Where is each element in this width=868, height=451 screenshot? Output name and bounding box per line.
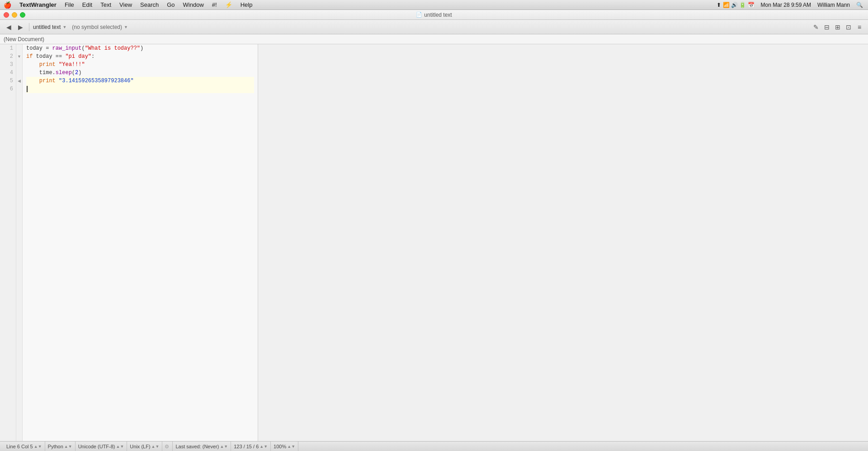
line-num-6: 6 [0,85,16,93]
menu-file[interactable]: File [61,0,78,9]
position-label: 123 / 15 / 6 [234,444,259,449]
code-area[interactable]: today = raw_input("What is today??") if … [23,44,258,441]
username: William Mann [816,2,851,8]
code-span: today = [26,44,52,52]
menu-go[interactable]: Go [163,0,178,9]
position-arrow: ▲▼ [259,444,268,449]
code-span: ) [140,44,143,52]
symbol-label: (no symbol selected) [72,24,122,30]
code-span: "pi day" [65,52,91,61]
maximize-button[interactable] [20,12,25,18]
line-ending-label: Unix (LF) [130,444,150,449]
code-span: "Yea!!!" [59,61,85,69]
menu-textwrangler[interactable]: TextWrangler [16,0,60,9]
toolbar-btn-2[interactable]: ⊟ [822,22,832,32]
line-ending-arrow: ▲▼ [151,444,160,449]
fold-5[interactable]: ◀ [16,77,22,85]
edit-icon-button[interactable]: ✎ [811,22,821,32]
fold-1 [16,44,22,52]
code-span [26,61,39,69]
search-icon[interactable]: 🔍 [855,2,864,8]
symbol-dropdown[interactable]: (no symbol selected) ▼ [72,24,128,30]
encoding-label: Unicode (UTF-8) [78,444,115,449]
right-pane [258,44,868,441]
line-num-2: 2 [0,52,16,61]
code-span: ( [72,69,75,77]
fold-area: ▼ ◀ [16,44,23,441]
menu-window[interactable]: Window [179,0,208,9]
close-button[interactable] [4,12,9,18]
apple-menu[interactable]: 🍎 [4,1,11,9]
code-span: ( [81,44,85,52]
window-title: 📄 untitled text [416,12,452,18]
code-line-2: if today == "pi day": [26,52,254,61]
code-span [56,77,59,85]
saved-label: Last saved: (Never) [175,444,219,449]
file-icon: 📄 [416,12,422,18]
clock: Mon Mar 28 9:59 AM [760,2,812,8]
filename-label: untitled text [33,24,61,30]
code-span: print [39,77,56,85]
toolbar-btn-4[interactable]: ⊡ [844,22,854,32]
code-span [26,77,39,85]
status-encoding[interactable]: Unicode (UTF-8) ▲▼ [75,442,127,451]
fold-2[interactable]: ▼ [16,52,22,61]
status-position[interactable]: 123 / 15 / 6 ▲▼ [231,442,271,451]
menu-hash[interactable]: #! [208,0,221,9]
code-span: : [91,52,94,61]
code-span: "3.1415926535897923846" [59,77,134,85]
line-num-5: 5 [0,77,16,85]
status-dot [165,445,169,448]
menu-bolt[interactable]: ⚡ [222,0,236,9]
line-num-4: 4 [0,69,16,77]
nav-forward-button[interactable]: ▶ [15,22,25,32]
fold-4 [16,69,22,77]
language-arrow: ▲▼ [64,444,72,449]
menubar: 🍎 TextWrangler File Edit Text View Searc… [0,0,868,10]
toolbar-right-icons: ✎ ⊟ ⊞ ⊡ ≡ [811,22,864,32]
fold-6 [16,85,22,93]
window-controls [4,12,25,18]
code-span [56,61,59,69]
menu-help[interactable]: Help [237,0,256,9]
filename-arrow: ▼ [62,25,66,29]
encoding-arrow: ▲▼ [116,444,124,449]
line-numbers: 1 2 3 4 5 6 [0,44,16,441]
document-info-bar: (New Document) [0,34,868,44]
status-line-col[interactable]: Line 6 Col 5 ▲▼ [4,442,45,451]
code-line-6 [26,85,254,93]
menu-text[interactable]: Text [97,0,115,9]
status-line-ending[interactable]: Unix (LF) ▲▼ [127,442,162,451]
code-span: time. [39,69,56,77]
status-saved[interactable]: Last saved: (Never) ▲▼ [173,442,231,451]
nav-back-button[interactable]: ◀ [4,22,14,32]
titlebar: 📄 untitled text [0,10,868,20]
status-dot-item [162,442,173,451]
code-span: today == [33,52,65,61]
menu-view[interactable]: View [116,0,136,9]
status-language[interactable]: Python ▲▼ [45,442,75,451]
toolbar-btn-5[interactable]: ≡ [854,22,864,32]
text-cursor [27,86,28,92]
toolbar-btn-3[interactable]: ⊞ [833,22,843,32]
status-zoom[interactable]: 100% ▲▼ [271,442,298,451]
menu-edit[interactable]: Edit [79,0,96,9]
title-label: untitled text [424,12,452,18]
language-label: Python [48,444,63,449]
line-col-label: Line 6 Col 5 [6,444,33,449]
code-line-3: print "Yea!!!" [26,61,254,69]
fold-3 [16,61,22,69]
code-line-5: print "3.1415926535897923846" [26,77,254,85]
code-span: if [26,52,33,61]
statusbar: Line 6 Col 5 ▲▼ Python ▲▼ Unicode (UTF-8… [0,441,868,451]
minimize-button[interactable] [12,12,17,18]
zoom-arrow: ▲▼ [287,444,295,449]
code-span: "What is today??" [85,44,140,52]
line-col-arrow: ▲▼ [34,444,42,449]
code-line-1: today = raw_input("What is today??") [26,44,254,52]
menu-search[interactable]: Search [137,0,162,9]
code-span: print [39,61,56,69]
code-span: sleep [56,69,72,77]
filename-dropdown[interactable]: untitled text ▼ [33,24,66,30]
saved-arrow: ▲▼ [220,444,228,449]
